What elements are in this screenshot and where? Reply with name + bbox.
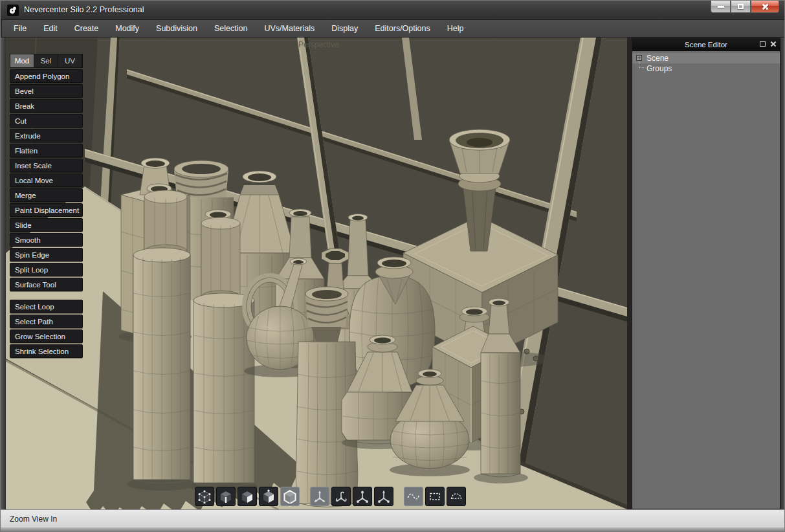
menu-bar: FileEditCreateModifySubdivisionSelection… (2, 20, 784, 38)
toolbox-tabs: ModSelUV (10, 54, 83, 68)
tool-button-paint-displacement[interactable]: Paint Displacement (10, 203, 83, 217)
status-text: Zoom View In (10, 515, 57, 524)
tool-button-grow-selection[interactable]: Grow Selection (10, 329, 83, 343)
minimize-button[interactable] (711, 1, 731, 13)
toolbox-tab-mod[interactable]: Mod (10, 54, 34, 67)
toolbar-group-selection-style (404, 487, 466, 506)
rotate-manipulator-button[interactable] (331, 487, 351, 506)
close-button[interactable] (751, 1, 779, 13)
toolbar-group-component-mode (195, 487, 300, 506)
bottom-toolbar (195, 487, 466, 506)
window-frame-left (1, 38, 6, 509)
tool-button-select-loop[interactable]: Select Loop (10, 300, 83, 313)
status-bar: Zoom View In (1, 509, 785, 527)
scale-manipulator-button[interactable] (353, 487, 372, 506)
scene-tree: SceneGroups (632, 51, 780, 74)
vertex-mode-icon (197, 489, 212, 504)
face-mode-button[interactable] (238, 487, 257, 506)
object-mode-button[interactable] (280, 487, 300, 506)
toolbox-tab-sel[interactable]: Sel (34, 54, 58, 67)
tool-button-select-path[interactable]: Select Path (10, 315, 83, 328)
toolbox-tab-uv[interactable]: UV (58, 54, 82, 67)
tool-button-merge[interactable]: Merge (10, 188, 83, 202)
tree-branch-line (639, 60, 644, 68)
tool-button-cut[interactable]: Cut (10, 114, 83, 127)
multi-mode-button[interactable] (259, 487, 278, 506)
toolbar-group-manipulator (310, 487, 393, 506)
move-manipulator-icon (313, 489, 327, 504)
viewport-canvas[interactable] (6, 38, 627, 509)
tool-button-smooth[interactable]: Smooth (10, 233, 83, 247)
tool-button-inset-scale[interactable]: Inset Scale (10, 159, 83, 172)
edge-mode-icon (219, 489, 233, 504)
menu-help[interactable]: Help (447, 24, 464, 33)
menu-editors-options[interactable]: Editors/Options (375, 24, 430, 33)
menu-subdivision[interactable]: Subdivision (156, 24, 197, 33)
tool-button-extrude[interactable]: Extrude (10, 129, 83, 142)
scene-editor-title: Scene Editor (632, 41, 780, 49)
main-area: Perspective ModSelUV Append PolygonBevel… (1, 38, 785, 509)
face-mode-icon (240, 489, 254, 504)
viewport-label: Perspective (298, 40, 339, 49)
lasso-select-icon (406, 489, 421, 504)
maximize-button[interactable] (731, 1, 751, 13)
tool-button-slide[interactable]: Slide (10, 218, 83, 232)
paint-select-icon (449, 489, 463, 504)
menu-file[interactable]: File (14, 24, 27, 33)
close-icon (761, 3, 769, 10)
panel-close-icon[interactable] (770, 41, 777, 47)
maximize-icon (738, 4, 744, 9)
tool-button-flatten[interactable]: Flatten (10, 144, 83, 157)
marquee-select-icon (428, 489, 442, 504)
scale-manipulator-icon (355, 489, 370, 504)
scene-tree-item-groups[interactable]: Groups (632, 63, 780, 74)
move-manipulator-button[interactable] (310, 487, 329, 506)
tool-button-append-polygon[interactable]: Append Polygon (10, 69, 83, 83)
marquee-select-button[interactable] (425, 487, 445, 506)
viewport-3d[interactable]: Perspective ModSelUV Append PolygonBevel… (6, 38, 627, 509)
app-window: Nevercenter Silo 2.2 Professional FileEd… (0, 0, 785, 532)
window-frame-bottom (1, 527, 785, 532)
menu-modify[interactable]: Modify (115, 24, 139, 33)
tree-item-label: Scene (647, 54, 669, 63)
tool-button-shrink-selection[interactable]: Shrink Selection (10, 344, 83, 358)
scene-editor-titlebar[interactable]: Scene Editor (632, 38, 780, 51)
edge-mode-button[interactable] (216, 487, 236, 506)
tree-item-label: Groups (647, 64, 672, 73)
window-title: Nevercenter Silo 2.2 Professional (24, 5, 144, 14)
window-frame-right (780, 38, 785, 509)
menu-uvs-materials[interactable]: UVs/Materials (264, 24, 315, 33)
object-mode-icon (283, 489, 297, 504)
multi-manipulator-button[interactable] (374, 487, 393, 506)
multi-manipulator-icon (377, 489, 391, 504)
menu-selection[interactable]: Selection (214, 24, 247, 33)
title-bar[interactable]: Nevercenter Silo 2.2 Professional (1, 1, 784, 20)
tool-button-break[interactable]: Break (10, 99, 83, 113)
tool-button-bevel[interactable]: Bevel (10, 84, 83, 98)
scene-editor-panel: Scene Editor SceneGroups (632, 38, 780, 509)
rotate-manipulator-icon (334, 489, 348, 504)
app-logo-icon (7, 5, 19, 16)
menu-display[interactable]: Display (331, 24, 358, 33)
tool-button-split-loop[interactable]: Split Loop (10, 263, 83, 276)
minimize-icon (718, 6, 724, 8)
toolbox-panel: ModSelUV Append PolygonBevelBreakCutExtr… (10, 54, 83, 358)
menu-edit[interactable]: Edit (43, 24, 58, 33)
paint-select-button[interactable] (447, 487, 466, 506)
panel-maximize-icon[interactable] (760, 41, 766, 47)
tool-button-spin-edge[interactable]: Spin Edge (10, 248, 83, 261)
tool-button-surface-tool[interactable]: Surface Tool (10, 278, 83, 291)
multi-mode-icon (261, 489, 276, 504)
menu-create[interactable]: Create (74, 24, 99, 33)
scene-tree-item-scene[interactable]: Scene (632, 53, 780, 63)
tool-button-local-move[interactable]: Local Move (10, 173, 83, 187)
vertex-mode-button[interactable] (195, 487, 214, 506)
lasso-select-button[interactable] (404, 487, 423, 506)
